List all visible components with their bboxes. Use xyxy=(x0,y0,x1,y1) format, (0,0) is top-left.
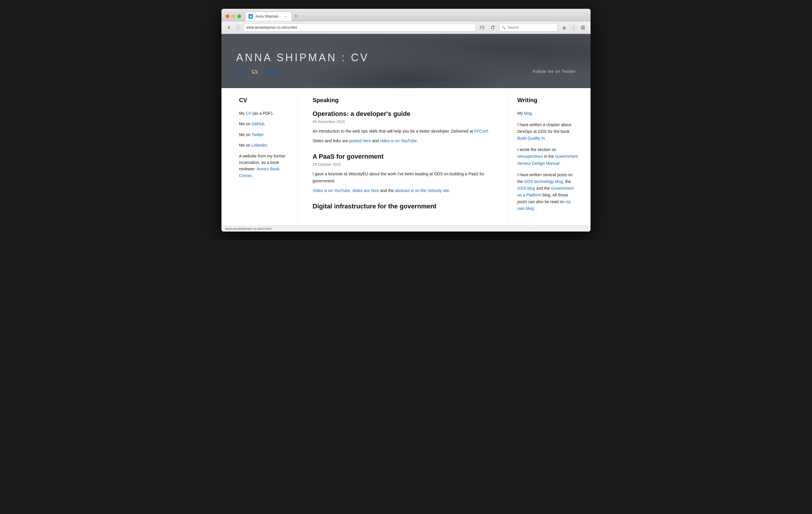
talk-3: Digital infrastructure for the governmen… xyxy=(313,203,494,210)
talk-1-title: Operations: a developer's guide xyxy=(313,110,494,118)
site-header-content: ANNA SHIPMAN : CV JFDI CV Games Follow m… xyxy=(236,52,576,74)
site-nav: JFDI CV Games Follow me on Twitter xyxy=(236,69,576,74)
talk-1: Operations: a developer's guide 06 Novem… xyxy=(313,110,494,144)
talk-3-title: Digital infrastructure for the governmen… xyxy=(313,203,494,210)
site-title: ANNA SHIPMAN : CV xyxy=(236,52,576,64)
cv-linkedin-link[interactable]: LinkedIn xyxy=(252,143,267,148)
writing-own-blog-link[interactable]: my own blog xyxy=(517,199,571,211)
back-button[interactable] xyxy=(225,23,233,32)
svg-rect-9 xyxy=(482,28,485,29)
status-url: www.annashipman.co.uk/cv.html xyxy=(225,227,271,230)
cv-github-link[interactable]: GitHub xyxy=(252,121,264,126)
cv-heading: CV xyxy=(239,97,289,103)
active-tab[interactable]: Anna Shipman × xyxy=(245,12,292,21)
main-content: CV My CV (as a PDF). Me on GitHub. Me on… xyxy=(222,88,590,225)
talk-1-desc: An introduction to the web ops skills th… xyxy=(313,128,494,134)
reader-view-button[interactable] xyxy=(478,23,486,32)
talk-2-links: Video is on YouTube, slides are here and… xyxy=(313,187,494,194)
talk-2-desc: I gave a keynote at VelocityEU about the… xyxy=(313,171,494,184)
tab-favicon xyxy=(249,14,253,19)
svg-rect-1 xyxy=(250,16,252,17)
svg-rect-4 xyxy=(480,28,482,28)
writing-buildquality-link[interactable]: Build Quality In xyxy=(517,136,545,141)
speaking-heading: Speaking xyxy=(313,97,494,103)
site-header: ANNA SHIPMAN : CV JFDI CV Games Follow m… xyxy=(222,34,590,88)
writing-heading: Writing xyxy=(517,97,579,103)
browser-window: Anna Shipman × + i www.annashipman.co.uk… xyxy=(222,9,590,232)
cv-linkedin-para: Me on LinkedIn. xyxy=(239,142,289,148)
info-button[interactable]: i xyxy=(235,25,241,30)
talk-2-abstract-link[interactable]: abstract is on the Velocity site xyxy=(395,188,449,193)
search-input[interactable] xyxy=(508,26,555,30)
talk-2-date: 29 October 2015 xyxy=(313,162,494,167)
window-controls xyxy=(226,14,241,21)
nav-cv[interactable]: CV xyxy=(252,69,258,74)
browser-titlebar: Anna Shipman × + xyxy=(222,9,590,21)
svg-rect-11 xyxy=(562,29,566,29)
cv-bookcorner-para: A website from my former incarnation, as… xyxy=(239,153,289,179)
tab-close-button[interactable]: × xyxy=(284,14,288,19)
talk-1-slides-link[interactable]: posted here xyxy=(349,139,371,143)
writing-blog-para: My blog. xyxy=(517,110,579,117)
writing-devops-para: I have written a chapter about DevOps at… xyxy=(517,121,579,142)
search-icon: 🔍 xyxy=(502,26,506,30)
cv-pdf-para: My CV (as a PDF). xyxy=(239,110,289,117)
status-bar: www.annashipman.co.uk/cv.html xyxy=(222,225,590,232)
talk-2-slides-link[interactable]: slides are here xyxy=(352,188,379,193)
svg-rect-12 xyxy=(581,26,585,26)
tab-row: Anna Shipman × + xyxy=(226,12,586,21)
ffconf-link[interactable]: FFConf xyxy=(474,129,488,133)
writing-blog-link[interactable]: blog xyxy=(524,111,532,116)
cv-column: CV My CV (as a PDF). Me on GitHub. Me on… xyxy=(222,88,298,225)
cv-twitter-para: Me on Twitter. xyxy=(239,131,289,138)
svg-rect-5 xyxy=(480,28,482,29)
writing-retrospectives-para: I wrote the section on retrospectives in… xyxy=(517,146,579,167)
tab-title: Anna Shipman xyxy=(255,14,279,19)
menu-button[interactable] xyxy=(579,23,587,32)
svg-rect-2 xyxy=(480,26,482,26)
new-tab-button[interactable]: + xyxy=(292,13,300,21)
svg-rect-7 xyxy=(482,27,485,27)
nav-jfdi[interactable]: JFDI xyxy=(236,69,246,74)
speaking-column: Speaking Operations: a developer's guide… xyxy=(298,88,509,225)
svg-rect-14 xyxy=(581,29,585,29)
writing-column: Writing My blog. I have written a chapte… xyxy=(509,88,590,225)
address-text: www.annashipman.co.uk/cv.html xyxy=(246,26,473,30)
cv-twitter-link[interactable]: Twitter xyxy=(252,132,263,137)
info2-button[interactable]: i xyxy=(571,25,577,30)
writing-gds-blog-link[interactable]: GDS blog xyxy=(517,186,535,190)
cv-github-para: Me on GitHub. xyxy=(239,121,289,127)
talk-2: A PaaS for government 29 October 2015 I … xyxy=(313,153,494,194)
talk-2-title: A PaaS for government xyxy=(313,153,494,160)
nav-twitter[interactable]: Follow me on Twitter xyxy=(532,69,576,74)
nav-games[interactable]: Games xyxy=(264,69,279,74)
talk-1-links: Slides and links are posted here and vid… xyxy=(313,138,494,144)
talk-1-date: 06 November 2015 xyxy=(313,119,494,124)
writing-posts-para: I have written several posts on the GDS … xyxy=(517,172,579,212)
close-button[interactable] xyxy=(226,14,229,18)
writing-gds-tech-link[interactable]: GDS technology blog xyxy=(524,179,563,184)
svg-rect-6 xyxy=(482,26,485,26)
page-content: ANNA SHIPMAN : CV JFDI CV Games Follow m… xyxy=(222,34,590,232)
svg-rect-3 xyxy=(480,27,482,27)
talk-1-video-link[interactable]: video is on YouTube xyxy=(380,139,417,143)
browser-toolbar: i www.annashipman.co.uk/cv.html xyxy=(222,21,590,34)
download-button[interactable] xyxy=(560,23,568,32)
writing-retros-link[interactable]: retrospectives xyxy=(517,154,543,159)
minimize-button[interactable] xyxy=(231,14,235,18)
address-bar[interactable]: www.annashipman.co.uk/cv.html xyxy=(244,23,476,32)
reload-button[interactable] xyxy=(489,23,497,32)
cv-pdf-link[interactable]: CV xyxy=(246,111,251,116)
svg-rect-8 xyxy=(482,28,485,28)
search-bar[interactable]: 🔍 xyxy=(499,23,558,32)
talk-2-video-link[interactable]: Video is on YouTube xyxy=(313,188,350,193)
maximize-button[interactable] xyxy=(237,14,241,18)
svg-rect-13 xyxy=(581,27,585,28)
